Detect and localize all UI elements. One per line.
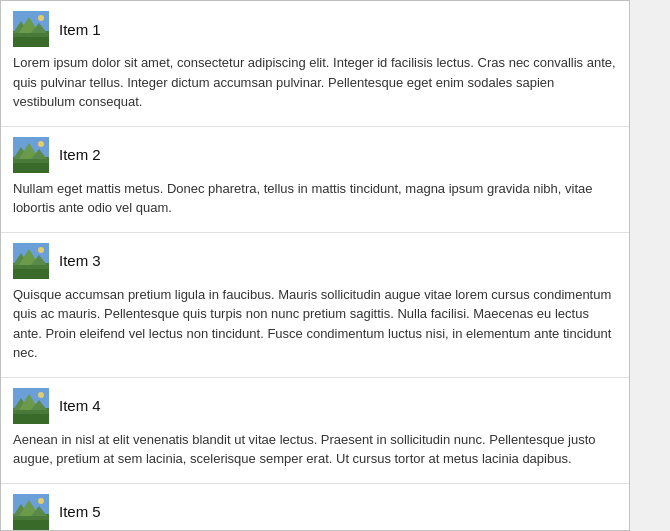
item-header: Item 2 xyxy=(13,137,617,173)
item-thumbnail-4 xyxy=(13,388,49,424)
svg-point-27 xyxy=(38,392,44,398)
item-thumbnail-3 xyxy=(13,243,49,279)
svg-rect-26 xyxy=(13,414,49,424)
item-thumbnail xyxy=(13,388,49,424)
items-list[interactable]: Item 1 Lorem ipsum dolor sit amet, conse… xyxy=(0,0,630,531)
item-thumbnail xyxy=(13,494,49,530)
item-body: Lorem ipsum dolor sit amet, consectetur … xyxy=(13,53,617,112)
svg-rect-19 xyxy=(13,269,49,279)
svg-point-34 xyxy=(38,498,44,504)
item-thumbnail xyxy=(13,243,49,279)
item-title: Item 5 xyxy=(59,503,101,520)
item-thumbnail-5 xyxy=(13,494,49,530)
list-item: Item 2 Nullam eget mattis metus. Donec p… xyxy=(1,127,629,233)
svg-rect-33 xyxy=(13,520,49,530)
item-header: Item 4 xyxy=(13,388,617,424)
svg-point-6 xyxy=(38,15,44,21)
list-item: Item 5 Ut consequat magna luctus justo e… xyxy=(1,484,629,532)
item-header: Item 3 xyxy=(13,243,617,279)
item-body: Aenean in nisl at elit venenatis blandit… xyxy=(13,430,617,469)
item-header: Item 1 xyxy=(13,11,617,47)
item-title: Item 2 xyxy=(59,146,101,163)
svg-point-13 xyxy=(38,141,44,147)
svg-rect-5 xyxy=(13,37,49,47)
item-body: Nullam eget mattis metus. Donec pharetra… xyxy=(13,179,617,218)
svg-point-20 xyxy=(38,247,44,253)
item-thumbnail-1 xyxy=(13,11,49,47)
item-thumbnail xyxy=(13,11,49,47)
item-body: Quisque accumsan pretium ligula in fauci… xyxy=(13,285,617,363)
item-header: Item 5 xyxy=(13,494,617,530)
item-title: Item 1 xyxy=(59,21,101,38)
list-item: Item 4 Aenean in nisl at elit venenatis … xyxy=(1,378,629,484)
item-thumbnail xyxy=(13,137,49,173)
item-thumbnail-2 xyxy=(13,137,49,173)
list-item: Item 1 Lorem ipsum dolor sit amet, conse… xyxy=(1,1,629,127)
item-title: Item 4 xyxy=(59,397,101,414)
svg-rect-12 xyxy=(13,163,49,173)
list-item: Item 3 Quisque accumsan pretium ligula i… xyxy=(1,233,629,378)
item-title: Item 3 xyxy=(59,252,101,269)
